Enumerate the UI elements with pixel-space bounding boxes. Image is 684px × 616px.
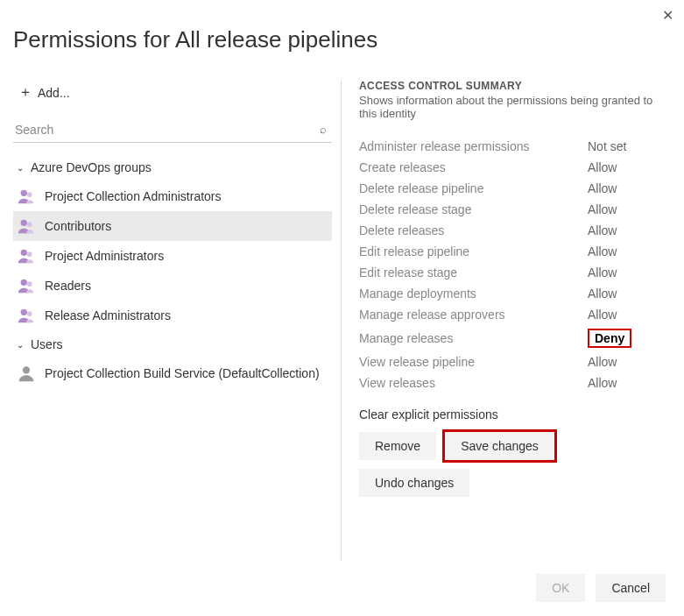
permission-row[interactable]: Edit release stageAllow bbox=[359, 262, 671, 283]
cancel-button[interactable]: Cancel bbox=[596, 574, 666, 602]
svg-point-1 bbox=[27, 192, 32, 197]
remove-button[interactable]: Remove bbox=[359, 432, 436, 460]
svg-point-10 bbox=[23, 366, 30, 373]
permissions-panel: ACCESS CONTROL SUMMARY Shows information… bbox=[342, 80, 671, 560]
permission-row[interactable]: Edit release pipelineAllow bbox=[359, 241, 671, 262]
permission-name: Administer release permissions bbox=[359, 139, 588, 153]
permission-value-wrap: Allow bbox=[588, 202, 671, 216]
section-label: Users bbox=[31, 337, 63, 351]
svg-point-2 bbox=[21, 220, 27, 226]
permission-row[interactable]: Manage deploymentsAllow bbox=[359, 283, 671, 304]
search-field: ⌕ bbox=[13, 117, 332, 143]
undo-changes-button[interactable]: Undo changes bbox=[359, 469, 469, 497]
group-contributors[interactable]: Contributors bbox=[13, 211, 332, 241]
group-readers[interactable]: Readers bbox=[13, 271, 332, 301]
permission-name: Delete release pipeline bbox=[359, 181, 588, 195]
permission-value[interactable]: Allow bbox=[588, 308, 617, 322]
permission-row[interactable]: Administer release permissionsNot set bbox=[359, 136, 671, 157]
permission-name: Delete release stage bbox=[359, 202, 588, 216]
chevron-down-icon: ⌄ bbox=[17, 163, 27, 173]
permissions-dialog: ✕ Permissions for All release pipelines … bbox=[0, 0, 684, 616]
group-project-collection-admins[interactable]: Project Collection Administrators bbox=[13, 181, 332, 211]
permission-name: Manage releases bbox=[359, 331, 588, 345]
permission-value-wrap: Allow bbox=[588, 244, 671, 258]
svg-point-9 bbox=[27, 311, 32, 316]
chevron-down-icon: ⌄ bbox=[17, 340, 27, 350]
acs-subtitle: Shows information about the permissions … bbox=[359, 94, 671, 120]
acs-heading: ACCESS CONTROL SUMMARY bbox=[359, 80, 671, 92]
svg-point-0 bbox=[21, 190, 27, 196]
save-changes-button[interactable]: Save changes bbox=[445, 432, 554, 460]
permission-value[interactable]: Allow bbox=[588, 355, 617, 369]
permission-value[interactable]: Allow bbox=[588, 266, 617, 280]
permission-name: Delete releases bbox=[359, 223, 588, 237]
permission-value-wrap: Allow bbox=[588, 160, 671, 174]
dialog-footer: OK Cancel bbox=[13, 560, 671, 616]
close-button[interactable]: ✕ bbox=[662, 7, 673, 24]
group-release-admins[interactable]: Release Administrators bbox=[13, 301, 332, 330]
dialog-content: ＋ Add... ⌕ ⌄ Azure DevOps groups Project… bbox=[13, 80, 671, 560]
group-label: Project Administrators bbox=[45, 249, 164, 263]
permissions-list: Administer release permissionsNot setCre… bbox=[359, 136, 671, 393]
permission-name: View releases bbox=[359, 376, 588, 390]
permission-row[interactable]: Create releasesAllow bbox=[359, 157, 671, 178]
group-avatar-icon bbox=[17, 276, 36, 295]
permission-name: Manage deployments bbox=[359, 287, 588, 301]
permission-name: Edit release pipeline bbox=[359, 244, 588, 258]
permission-value[interactable]: Deny bbox=[588, 329, 631, 348]
permission-value[interactable]: Allow bbox=[588, 160, 617, 174]
permission-row[interactable]: View releasesAllow bbox=[359, 372, 671, 393]
group-avatar-icon bbox=[17, 246, 36, 266]
permission-value[interactable]: Allow bbox=[588, 223, 617, 237]
plus-icon: ＋ bbox=[18, 83, 32, 102]
search-icon: ⌕ bbox=[320, 123, 327, 136]
permission-row[interactable]: Delete release stageAllow bbox=[359, 199, 671, 220]
close-icon: ✕ bbox=[662, 8, 673, 23]
permission-name: Edit release stage bbox=[359, 266, 588, 280]
svg-point-7 bbox=[27, 281, 32, 287]
group-avatar-icon bbox=[17, 187, 36, 206]
permission-name: Manage release approvers bbox=[359, 308, 588, 322]
add-label: Add... bbox=[38, 86, 70, 100]
group-label: Release Administrators bbox=[45, 308, 171, 322]
permission-value-wrap: Allow bbox=[588, 181, 671, 195]
search-input[interactable] bbox=[13, 117, 332, 142]
permission-row[interactable]: Delete release pipelineAllow bbox=[359, 178, 671, 199]
section-azure-devops-groups[interactable]: ⌄ Azure DevOps groups bbox=[13, 153, 332, 181]
group-label: Project Collection Administrators bbox=[45, 189, 222, 203]
permission-value[interactable]: Allow bbox=[588, 244, 617, 258]
identities-panel: ＋ Add... ⌕ ⌄ Azure DevOps groups Project… bbox=[13, 80, 342, 560]
permission-value-wrap: Allow bbox=[588, 223, 671, 237]
svg-point-6 bbox=[21, 280, 27, 286]
permission-value-wrap: Allow bbox=[588, 308, 671, 322]
permission-value-wrap: Deny bbox=[588, 329, 671, 348]
user-build-service[interactable]: Project Collection Build Service (Defaul… bbox=[13, 358, 332, 388]
group-avatar-icon bbox=[17, 306, 36, 325]
permission-row[interactable]: Manage releasesDeny bbox=[359, 325, 671, 351]
group-project-admins[interactable]: Project Administrators bbox=[13, 241, 332, 271]
permission-value[interactable]: Allow bbox=[588, 181, 617, 195]
add-button[interactable]: ＋ Add... bbox=[13, 80, 75, 105]
section-label: Azure DevOps groups bbox=[31, 160, 152, 174]
permission-value[interactable]: Not set bbox=[588, 139, 626, 153]
permission-row[interactable]: View release pipelineAllow bbox=[359, 351, 671, 372]
svg-point-3 bbox=[27, 222, 32, 227]
permission-value-wrap: Allow bbox=[588, 355, 671, 369]
permission-value[interactable]: Allow bbox=[588, 202, 617, 216]
permission-value[interactable]: Allow bbox=[588, 287, 617, 301]
dialog-title: Permissions for All release pipelines bbox=[13, 26, 671, 53]
user-label: Project Collection Build Service (Defaul… bbox=[45, 366, 320, 380]
svg-point-5 bbox=[27, 251, 32, 257]
permission-value-wrap: Allow bbox=[588, 266, 671, 280]
permission-value-wrap: Not set bbox=[588, 139, 671, 153]
permission-row[interactable]: Delete releasesAllow bbox=[359, 220, 671, 241]
ok-button[interactable]: OK bbox=[536, 574, 585, 602]
svg-point-8 bbox=[21, 309, 27, 315]
group-avatar-icon bbox=[17, 216, 36, 236]
permission-value[interactable]: Allow bbox=[588, 376, 617, 390]
group-label: Contributors bbox=[45, 219, 111, 233]
section-users[interactable]: ⌄ Users bbox=[13, 330, 332, 358]
permission-value-wrap: Allow bbox=[588, 376, 671, 390]
permission-buttons: Remove Save changes Undo changes bbox=[359, 432, 671, 497]
permission-row[interactable]: Manage release approversAllow bbox=[359, 304, 671, 325]
